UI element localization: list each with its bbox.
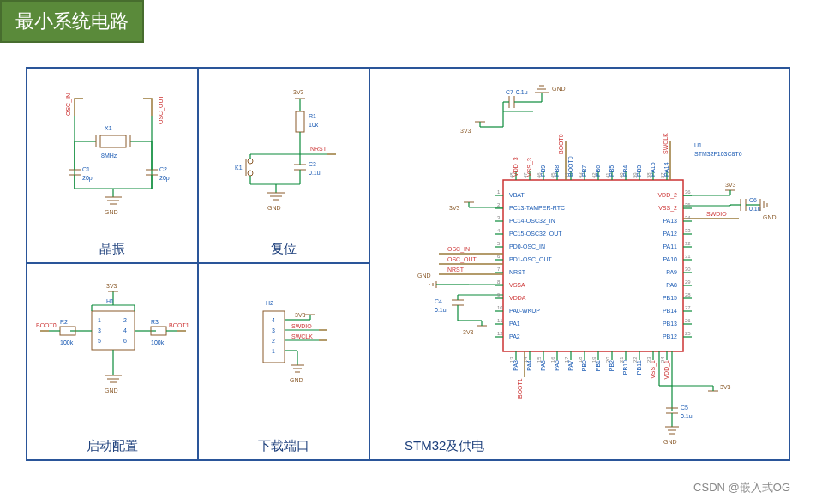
- svg-text:VSS_3: VSS_3: [526, 158, 533, 177]
- svg-text:R2: R2: [60, 319, 68, 325]
- svg-text:GND: GND: [105, 209, 118, 215]
- svg-text:6: 6: [497, 254, 501, 259]
- svg-text:31: 31: [685, 254, 691, 259]
- svg-text:100k: 100k: [60, 339, 74, 345]
- svg-text:GND: GND: [290, 377, 303, 383]
- svg-text:4: 4: [497, 228, 501, 233]
- svg-text:PB6: PB6: [595, 165, 601, 177]
- svg-text:1: 1: [497, 189, 501, 195]
- svg-text:PA10: PA10: [663, 256, 677, 262]
- svg-text:12: 12: [497, 331, 503, 336]
- svg-text:C5: C5: [681, 405, 688, 411]
- svg-text:H1: H1: [106, 298, 114, 304]
- svg-text:1: 1: [98, 317, 101, 323]
- svg-text:34: 34: [685, 215, 691, 220]
- svg-text:8: 8: [497, 279, 501, 285]
- swd-label: 下载端口: [199, 438, 369, 454]
- svg-text:BOOT0: BOOT0: [558, 134, 564, 154]
- crystal-label: 晶振: [27, 241, 197, 257]
- svg-text:BOOT1: BOOT1: [169, 322, 189, 328]
- svg-text:OSC_IN: OSC_IN: [447, 246, 470, 253]
- svg-text:STM32F103C8T6: STM32F103C8T6: [694, 151, 742, 157]
- svg-text:3: 3: [272, 327, 275, 333]
- svg-text:3V3: 3V3: [449, 205, 460, 211]
- svg-text:PA14: PA14: [663, 162, 669, 177]
- svg-text:PD1-OSC_OUT: PD1-OSC_OUT: [509, 256, 553, 263]
- svg-rect-31: [296, 111, 304, 132]
- svg-text:PC13-TAMPER-RTC: PC13-TAMPER-RTC: [509, 205, 565, 211]
- svg-text:PD0-OSC_IN: PD0-OSC_IN: [509, 243, 545, 250]
- svg-text:C7: C7: [506, 89, 513, 95]
- boot-label: 启动配置: [27, 438, 197, 454]
- svg-text:0.1u: 0.1u: [435, 307, 447, 313]
- svg-text:PA1: PA1: [509, 321, 520, 327]
- svg-text:3: 3: [497, 215, 501, 220]
- svg-text:3V3: 3V3: [720, 384, 731, 390]
- svg-text:PA4: PA4: [526, 360, 532, 371]
- svg-text:0.1u: 0.1u: [749, 206, 761, 212]
- page-title: 最小系统电路: [0, 0, 144, 43]
- svg-text:PB7: PB7: [581, 165, 587, 177]
- svg-text:PB3: PB3: [636, 165, 642, 177]
- svg-text:OSC_OUT: OSC_OUT: [158, 94, 165, 124]
- svg-text:35: 35: [685, 202, 691, 207]
- svg-text:PA11: PA11: [663, 243, 677, 249]
- svg-text:28: 28: [685, 292, 691, 297]
- svg-text:BOOT0: BOOT0: [36, 322, 57, 328]
- svg-text:3V3: 3V3: [295, 312, 306, 318]
- svg-text:PB2: PB2: [609, 360, 615, 371]
- svg-text:C2: C2: [159, 166, 167, 172]
- svg-text:1: 1: [272, 348, 275, 354]
- svg-text:PA2: PA2: [509, 333, 520, 339]
- svg-point-38: [248, 171, 253, 176]
- svg-text:GND: GND: [663, 439, 677, 445]
- svg-text:NRST: NRST: [509, 269, 526, 275]
- svg-text:R3: R3: [151, 319, 159, 325]
- svg-text:30: 30: [685, 267, 691, 272]
- svg-text:GND: GND: [552, 86, 566, 92]
- svg-text:R1: R1: [309, 113, 316, 119]
- svg-text:NRST: NRST: [447, 267, 465, 273]
- svg-text:PB15: PB15: [663, 295, 677, 301]
- svg-text:3V3: 3V3: [293, 89, 304, 95]
- svg-text:PA15: PA15: [650, 162, 656, 177]
- reset-label: 复位: [199, 241, 369, 257]
- svg-text:6: 6: [123, 338, 127, 344]
- svg-text:PB12: PB12: [663, 333, 677, 339]
- svg-text:4: 4: [272, 317, 275, 323]
- svg-text:3: 3: [98, 327, 101, 333]
- svg-text:SWCLK: SWCLK: [291, 333, 313, 339]
- svg-text:25: 25: [685, 331, 691, 336]
- svg-text:C3: C3: [309, 161, 316, 167]
- svg-text:VBAT: VBAT: [509, 192, 525, 198]
- svg-text:GND: GND: [105, 387, 118, 393]
- svg-text:5: 5: [497, 241, 501, 246]
- svg-text:29: 29: [685, 279, 691, 285]
- svg-text:OSC_IN: OSC_IN: [65, 93, 72, 116]
- svg-text:PB4: PB4: [622, 165, 628, 177]
- svg-text:32: 32: [685, 241, 691, 246]
- svg-text:U1: U1: [694, 142, 702, 148]
- svg-text:0.1u: 0.1u: [681, 413, 693, 419]
- svg-rect-4: [100, 135, 126, 147]
- svg-text:PB11: PB11: [636, 360, 642, 375]
- svg-text:PB8: PB8: [554, 165, 560, 177]
- svg-text:SWDIO: SWDIO: [706, 211, 727, 217]
- svg-text:BOOT1: BOOT1: [517, 378, 523, 399]
- svg-text:PB14: PB14: [663, 308, 677, 314]
- svg-text:2: 2: [497, 202, 501, 207]
- svg-text:C4: C4: [435, 298, 442, 304]
- svg-text:H2: H2: [266, 300, 273, 306]
- svg-text:GND: GND: [763, 214, 777, 220]
- svg-text:2: 2: [123, 317, 127, 323]
- schematic-container: X18MHz OSC_IN OSC_OUT C120p C220p GND 晶振…: [26, 67, 790, 461]
- section-boot: 3V3 H1 12 34 56 R2100k BOOT0 R3100k BOOT…: [27, 264, 199, 459]
- svg-text:20p: 20p: [82, 175, 93, 182]
- svg-text:X1: X1: [105, 125, 112, 131]
- svg-text:GND: GND: [267, 205, 281, 211]
- svg-text:OSC_OUT: OSC_OUT: [447, 256, 477, 263]
- svg-text:VDD_3: VDD_3: [513, 157, 519, 177]
- svg-text:PA0-WKUP: PA0-WKUP: [509, 308, 540, 314]
- svg-text:PB9: PB9: [540, 165, 546, 177]
- mcu-label: STM32及供电: [405, 438, 484, 454]
